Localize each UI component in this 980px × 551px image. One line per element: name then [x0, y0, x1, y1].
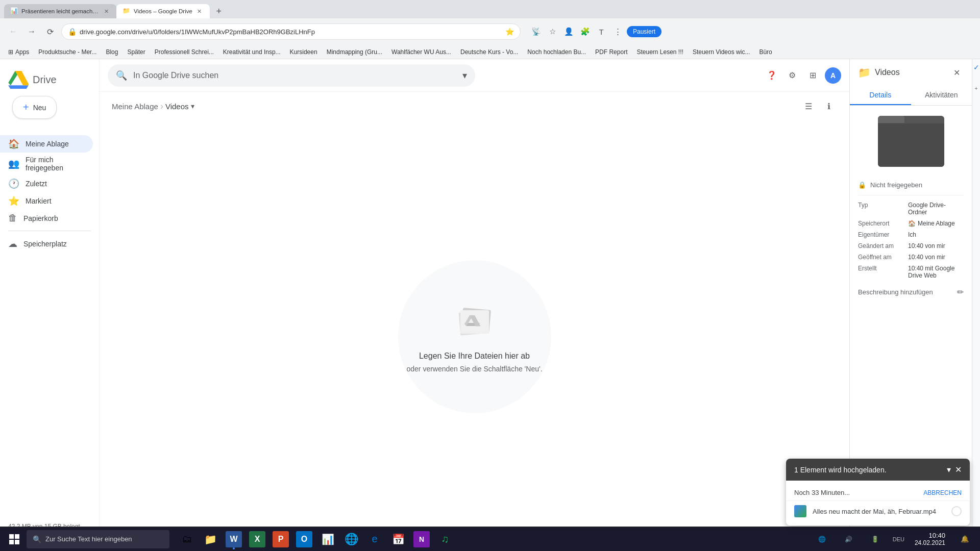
translate-btn[interactable]: T [594, 24, 608, 39]
sidebar-item-freigegeben[interactable]: 👥 Für mich freigegeben [0, 153, 93, 175]
address-bar[interactable]: 🔒 drive.google.com/drive/u/0/folders/1IW… [61, 23, 521, 40]
tab-details[interactable]: Details [850, 86, 911, 105]
upload-cancel-button[interactable]: ABBRECHEN [923, 489, 962, 496]
sidebar: Drive + Neu 🏠 Meine Ablage 👥 Für mich fr… [0, 59, 100, 551]
keyboard-language: DEU [891, 536, 906, 542]
taskbar-app-explorer[interactable]: 📁 [199, 528, 222, 550]
reload-button[interactable]: ⟳ [43, 24, 57, 39]
apps-grid-btn[interactable]: ⊞ [804, 67, 821, 84]
v-sidebar-check-icon[interactable]: ✓ [973, 63, 979, 71]
forward-button[interactable]: → [24, 24, 39, 39]
bookmark-1[interactable]: Produktsuche - Mer... [34, 47, 101, 57]
typ-label: Typ [858, 202, 904, 216]
sidebar-item-papierkorb[interactable]: 🗑 Papierkorb [0, 210, 93, 227]
bookmark-7-label: Mindmapping (Gru... [327, 48, 382, 56]
upload-progress-text: Noch 33 Minuten... [794, 489, 850, 496]
taskbar-app-ganttproject[interactable]: 📊 [316, 528, 339, 550]
bookmark-8[interactable]: Wahlfächer WU Aus... [387, 47, 455, 57]
breadcrumb-separator: › [160, 101, 163, 112]
folder-preview [850, 106, 972, 177]
notifications-btn[interactable]: 🔔 [953, 528, 976, 550]
panel-close-button[interactable]: ✕ [949, 65, 964, 80]
info-row-typ: Typ Google Drive-Ordner [858, 202, 964, 216]
list-view-btn[interactable]: ☰ [800, 98, 817, 114]
settings-icon-btn[interactable]: ⚙ [784, 67, 800, 84]
avatar[interactable]: A [825, 67, 841, 84]
cast-button[interactable]: 📡 [529, 24, 543, 39]
sidebar-item-markiert[interactable]: ⭐ Markiert [0, 192, 93, 210]
sidebar-item-meine-ablage[interactable]: 🏠 Meine Ablage [0, 135, 93, 153]
edit-icon[interactable]: ✏ [957, 287, 964, 297]
trash-icon: 🗑 [8, 213, 17, 223]
bookmark-14[interactable]: Büro [755, 47, 776, 57]
sidebar-item-speicherplatz[interactable]: ☁ Speicherplatz [0, 235, 93, 253]
bookmark-2[interactable]: Blog [102, 47, 122, 57]
upload-close-button[interactable]: ✕ [955, 465, 962, 474]
upload-file-row: Alles neu macht der Mai, äh, Februar.mp4 [786, 500, 970, 521]
word-icon: W [226, 531, 242, 547]
bookmark-13[interactable]: Steuern Videos wic... [689, 47, 754, 57]
info-btn[interactable]: ℹ [821, 98, 837, 114]
help-icon-btn[interactable]: ❓ [764, 67, 780, 84]
taskbar-app-onenote[interactable]: N [410, 528, 433, 550]
eigentuemer-value: Ich [908, 231, 916, 238]
drive-logo-icon [8, 71, 29, 89]
taskbar-app-calendar[interactable]: 📅 [387, 528, 409, 550]
bookmarks-bar: ⊞ Apps Produktsuche - Mer... Blog Später… [0, 45, 980, 59]
taskbar: 🔍 Zur Suche Text hier eingeben 🗂 📁 W X P… [0, 527, 980, 551]
bookmark-11-label: PDF Report [595, 48, 627, 56]
bookmark-3[interactable]: Später [123, 47, 149, 57]
taskbar-app-chrome[interactable]: 🌐 [340, 528, 362, 550]
lock-row: 🔒 Nicht freigegeben [858, 181, 964, 195]
bookmark-button[interactable]: ☆ [545, 24, 559, 39]
battery-icon-btn[interactable]: 🔋 [864, 528, 887, 550]
bookmark-4[interactable]: Professionell Schrei... [151, 47, 218, 57]
taskbar-app-ppt[interactable]: P [270, 528, 292, 550]
network-icon-btn[interactable]: 🌐 [811, 528, 834, 550]
upload-minimize-button[interactable]: ▾ [947, 465, 951, 474]
browser-toolbar: ← → ⟳ 🔒 drive.google.com/drive/u/0/folde… [0, 18, 980, 45]
breadcrumb-parent[interactable]: Meine Ablage [112, 102, 158, 111]
taskbar-app-outlook[interactable]: O [293, 528, 315, 550]
new-tab-button[interactable]: + [212, 4, 226, 18]
settings-btn[interactable]: ⋮ [610, 24, 625, 39]
drive-search-inner[interactable]: 🔍 ▾ [108, 64, 475, 87]
tab-2-close[interactable]: ✕ [195, 7, 204, 15]
start-button[interactable] [4, 529, 24, 549]
excel-icon: X [249, 531, 265, 547]
search-dropdown-icon[interactable]: ▾ [462, 70, 467, 81]
taskbar-app-files[interactable]: 🗂 [176, 528, 198, 550]
taskbar-app-spotify[interactable]: ♫ [434, 528, 456, 550]
empty-subtitle: oder verwenden Sie die Schaltfläche 'Neu… [406, 365, 542, 373]
powerpoint-icon: P [273, 531, 289, 547]
profile-icon-btn[interactable]: 👤 [561, 24, 576, 39]
bookmark-10[interactable]: Noch hochladen Bu... [523, 47, 590, 57]
taskbar-app-word[interactable]: W [223, 528, 245, 550]
search-input[interactable] [133, 71, 456, 80]
new-button[interactable]: + Neu [12, 96, 57, 119]
bookmark-9[interactable]: Deutsche Kurs - Vo... [456, 47, 522, 57]
extension-btn[interactable]: 🧩 [578, 24, 592, 39]
bookmark-12[interactable]: Steuern Lesen !!! [632, 47, 687, 57]
profile-button[interactable]: Pausiert [627, 26, 662, 37]
tab-1[interactable]: 📊 Präsentieren leicht gemacht! - G... ✕ [4, 4, 116, 18]
bookmark-6[interactable]: Kursideen [286, 47, 322, 57]
taskbar-app-excel[interactable]: X [246, 528, 268, 550]
back-button[interactable]: ← [6, 24, 20, 39]
taskbar-app-edge[interactable]: e [363, 528, 386, 550]
v-sidebar-plus-icon[interactable]: + [975, 86, 978, 91]
bookmark-7[interactable]: Mindmapping (Gru... [323, 47, 386, 57]
volume-icon-btn[interactable]: 🔊 [838, 528, 860, 550]
bookmark-5[interactable]: Kreativität und Insp... [219, 47, 285, 57]
sidebar-item-zuletzt[interactable]: 🕐 Zuletzt [0, 175, 93, 192]
tab-1-close[interactable]: ✕ [102, 7, 110, 15]
description-row[interactable]: Beschreibung hinzufügen ✏ [858, 283, 964, 301]
tab-2[interactable]: 📁 Videos – Google Drive ✕ [116, 4, 210, 18]
taskbar-search[interactable]: 🔍 Zur Suche Text hier eingeben [27, 530, 169, 548]
breadcrumb-dropdown-icon[interactable]: ▾ [191, 102, 194, 110]
folder-body [878, 123, 944, 167]
taskbar-time[interactable]: 10:40 24.02.2021 [911, 531, 949, 547]
bookmark-11[interactable]: PDF Report [591, 47, 631, 57]
bookmark-apps[interactable]: ⊞ Apps [4, 47, 33, 57]
tab-aktivitaeten[interactable]: Aktivitäten [911, 86, 972, 105]
